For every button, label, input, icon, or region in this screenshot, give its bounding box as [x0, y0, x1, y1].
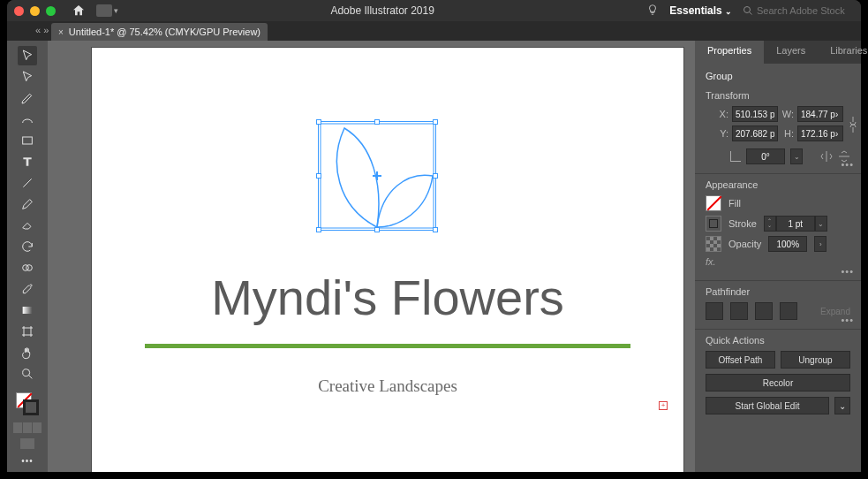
x-input[interactable]: [732, 106, 778, 122]
tool-panel: •••: [7, 41, 48, 472]
reference-point-selector[interactable]: [706, 106, 707, 125]
pathfinder-exclude[interactable]: [780, 302, 797, 320]
resize-handle[interactable]: [433, 227, 438, 232]
stroke-weight-dropdown[interactable]: ⌄: [815, 216, 827, 232]
resize-handle[interactable]: [374, 119, 380, 125]
gradient-tool[interactable]: [18, 300, 37, 320]
draw-mode-buttons[interactable]: [13, 422, 42, 433]
document-tab[interactable]: × Untitled-1* @ 75.42% (CMYK/GPU Preview…: [51, 23, 268, 41]
pathfinder-minus-front[interactable]: [730, 302, 748, 320]
tab-layers[interactable]: Layers: [764, 41, 818, 64]
angle-icon: [730, 151, 741, 162]
transform-more-options[interactable]: •••: [841, 159, 854, 170]
stroke-label: Stroke: [728, 218, 757, 229]
flip-horizontal-icon[interactable]: [820, 150, 833, 163]
curvature-tool[interactable]: [18, 110, 37, 129]
appearance-section: Appearance Fill Stroke ⌃⌄ 1 pt ⌄ O: [695, 174, 861, 281]
tab-nav-arrows[interactable]: « »: [35, 25, 49, 35]
pathfinder-more-options[interactable]: •••: [841, 315, 854, 325]
subhead-text[interactable]: Creative Landscapes: [92, 376, 683, 396]
artboard-tool[interactable]: [18, 322, 37, 341]
direct-selection-tool[interactable]: [18, 67, 37, 87]
app-title: Adobe Illustrator 2019: [118, 4, 646, 17]
edit-toolbar-button[interactable]: •••: [21, 456, 34, 466]
zoom-tool[interactable]: [18, 364, 37, 384]
resize-handle[interactable]: [433, 173, 438, 179]
maximize-icon[interactable]: [46, 6, 56, 16]
selection-type-label: Group: [695, 64, 861, 85]
eyedropper-tool[interactable]: [18, 279, 37, 299]
arrange-documents-button[interactable]: [96, 4, 112, 17]
opacity-input[interactable]: 100%: [768, 236, 807, 252]
center-point-icon: [373, 171, 381, 180]
appearance-more-options[interactable]: •••: [841, 266, 854, 277]
ungroup-button[interactable]: Ungroup: [781, 351, 850, 369]
home-icon[interactable]: [72, 4, 86, 18]
y-input[interactable]: [732, 125, 778, 141]
search-input[interactable]: [757, 5, 854, 16]
recolor-button[interactable]: Recolor: [706, 374, 850, 392]
tab-libraries[interactable]: Libraries: [818, 41, 868, 64]
rectangle-tool[interactable]: [18, 131, 37, 150]
opacity-swatch[interactable]: [706, 236, 721, 252]
stroke-swatch[interactable]: [706, 216, 721, 232]
rotate-input[interactable]: 0°: [746, 148, 785, 164]
global-edit-dropdown[interactable]: ⌄: [834, 397, 850, 414]
h-label: H:: [781, 128, 794, 139]
rotate-tool[interactable]: [18, 237, 37, 256]
stroke-weight-input[interactable]: 1 pt: [776, 216, 815, 232]
overflow-indicator-icon[interactable]: +: [659, 401, 668, 410]
headline-text[interactable]: Myndi's Flowers: [92, 269, 683, 326]
resize-handle[interactable]: [316, 227, 321, 232]
document-tab-bar: « » × Untitled-1* @ 75.42% (CMYK/GPU Pre…: [7, 21, 861, 41]
pathfinder-title: Pathfinder: [706, 286, 850, 297]
hand-tool[interactable]: [18, 343, 37, 362]
stroke-swatch[interactable]: [23, 399, 39, 415]
resize-handle[interactable]: [316, 119, 321, 125]
screen-mode-button[interactable]: [20, 438, 34, 449]
rotate-dropdown[interactable]: ⌄: [790, 148, 803, 164]
selected-logo-group[interactable]: [320, 123, 434, 229]
svg-rect-6: [23, 307, 33, 314]
transform-title: Transform: [706, 90, 850, 101]
selection-tool[interactable]: [18, 46, 37, 65]
line-tool[interactable]: [18, 173, 37, 193]
close-tab-icon[interactable]: ×: [58, 27, 64, 37]
stroke-stepper-down[interactable]: ⌃⌄: [764, 216, 776, 232]
pen-tool[interactable]: [18, 88, 37, 108]
offset-path-button[interactable]: Offset Path: [706, 351, 775, 369]
x-label: X:: [716, 109, 728, 119]
window-controls: [14, 6, 56, 16]
lightbulb-icon[interactable]: [646, 4, 659, 19]
selection-bounding-box: [318, 121, 436, 231]
tab-properties[interactable]: Properties: [695, 41, 764, 64]
resize-handle[interactable]: [374, 227, 380, 232]
paintbrush-tool[interactable]: [18, 194, 37, 214]
fx-button[interactable]: fx.: [706, 256, 716, 267]
canvas[interactable]: Myndi's Flowers Creative Landscapes +: [48, 41, 695, 472]
search-stock[interactable]: [743, 5, 854, 16]
fill-stroke-swatch[interactable]: [16, 392, 39, 415]
search-icon: [743, 5, 753, 16]
start-global-edit-button[interactable]: Start Global Edit: [706, 397, 829, 414]
pathfinder-unite[interactable]: [706, 302, 723, 320]
opacity-dropdown[interactable]: ›: [814, 236, 826, 252]
link-dimensions-icon[interactable]: [849, 115, 857, 136]
fill-label: Fill: [728, 198, 741, 209]
w-input[interactable]: [797, 106, 843, 122]
shape-builder-tool[interactable]: [18, 258, 37, 278]
pathfinder-intersect[interactable]: [755, 302, 773, 320]
workspace-switcher[interactable]: Essentials ⌄: [669, 4, 732, 17]
pathfinder-section: Pathfinder Expand •••: [695, 281, 861, 330]
h-input[interactable]: [797, 125, 843, 141]
svg-rect-2: [23, 137, 33, 144]
fill-swatch[interactable]: [706, 195, 721, 211]
divider-line[interactable]: [145, 344, 630, 348]
resize-handle[interactable]: [316, 173, 321, 179]
minimize-icon[interactable]: [30, 6, 40, 16]
svg-point-0: [744, 7, 751, 13]
close-icon[interactable]: [14, 6, 24, 16]
resize-handle[interactable]: [433, 119, 438, 125]
eraser-tool[interactable]: [18, 216, 37, 235]
type-tool[interactable]: [18, 152, 37, 171]
